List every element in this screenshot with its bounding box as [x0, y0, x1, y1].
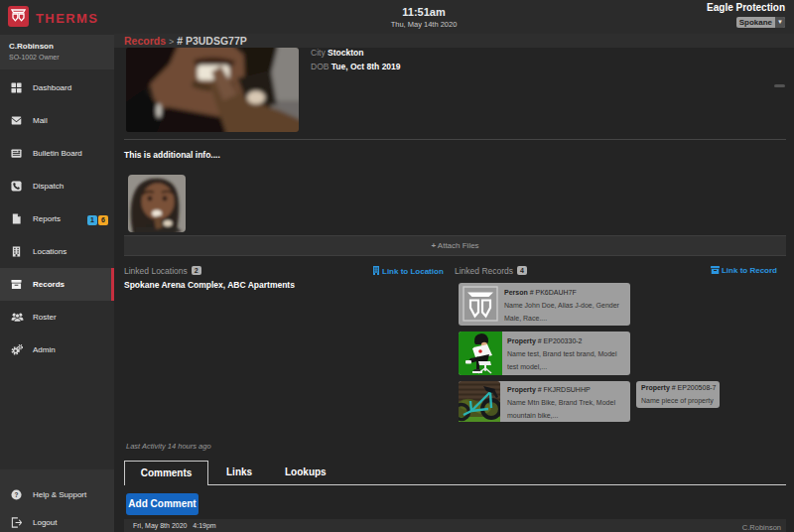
- svg-text:?: ?: [15, 491, 19, 498]
- svg-text:THERMS: THERMS: [36, 11, 98, 26]
